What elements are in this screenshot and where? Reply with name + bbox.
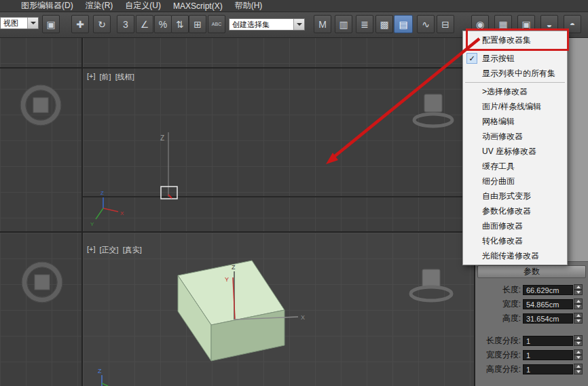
select-object-icon[interactable]: ▣	[42, 15, 60, 33]
graphite-ribbon-toggle-icon[interactable]: ▤	[394, 15, 413, 33]
parameters-rollout-header[interactable]: 参数	[477, 265, 586, 278]
width-field[interactable]: 54.865cm	[523, 299, 573, 309]
length-spinner[interactable]	[574, 284, 583, 295]
height-segs-label: 高度分段:	[486, 364, 521, 375]
align-icon[interactable]: ▥	[335, 15, 352, 33]
named-selection-set-combo[interactable]: 创建选择集	[229, 18, 305, 31]
ortho-viewport-shading-button[interactable]: [真实]	[123, 245, 142, 255]
menu-rendering[interactable]: 渲染(R)	[79, 0, 120, 12]
length-field[interactable]: 66.629cm	[523, 285, 573, 295]
named-selection-icon[interactable]: ABC	[208, 15, 225, 33]
menu-item-uv-coordinate-modifiers[interactable]: UV 座标修改器	[463, 144, 567, 159]
select-and-rotate-icon[interactable]: ↻	[93, 15, 111, 33]
menu-item-cache-tools[interactable]: 缓存工具	[463, 159, 567, 174]
snaps-toggle-icon[interactable]: 3	[117, 15, 134, 33]
length-segs-field[interactable]: 1	[523, 336, 573, 346]
menu-item-free-form-deformations[interactable]: 自由形式变形	[463, 189, 567, 204]
width-segs-row: 宽度分段: 1	[475, 349, 583, 360]
height-spinner[interactable]	[574, 313, 583, 324]
viewport-front[interactable]	[83, 37, 474, 231]
parameters-rollout-title: 参数	[523, 266, 540, 277]
layer-manager-icon[interactable]: ≣	[356, 15, 373, 33]
chevron-down-icon[interactable]	[293, 19, 304, 30]
width-segs-field[interactable]: 1	[523, 350, 573, 360]
spinner-up-icon[interactable]	[574, 313, 583, 318]
viewport-splitter-vertical-left[interactable]	[81, 37, 83, 386]
spinner-down-icon[interactable]	[574, 318, 583, 324]
menu-item-subdivision-surfaces[interactable]: 细分曲面	[463, 174, 567, 189]
viewport-ortho[interactable]	[83, 233, 474, 386]
width-row: 宽度: 54.865cm	[475, 298, 583, 309]
checkmark-icon: ✓	[466, 53, 477, 64]
scene-explorer-icon[interactable]: ▩	[375, 15, 393, 33]
spinner-up-icon[interactable]	[574, 335, 583, 341]
menu-graph-editors[interactable]: 图形编辑器(D)	[15, 0, 79, 12]
front-viewport-shading-button[interactable]: [线框]	[115, 72, 134, 82]
menu-item-patch-spline-editing[interactable]: 面片/样条线编辑	[463, 99, 567, 114]
spinner-up-icon[interactable]	[574, 298, 583, 304]
menu-separator	[465, 82, 565, 83]
width-label: 宽度:	[502, 298, 521, 310]
spinner-down-icon[interactable]	[574, 304, 583, 309]
viewport-splitter-horizontal-top[interactable]	[0, 67, 474, 69]
menu-maxscript[interactable]: MAXScript(X)	[167, 1, 229, 11]
length-label: 长度:	[502, 284, 521, 296]
menu-help[interactable]: 帮助(H)	[229, 0, 269, 12]
chevron-down-icon[interactable]	[27, 18, 38, 28]
menu-item-show-buttons[interactable]: ✓ 显示按钮	[463, 51, 567, 66]
front-viewport-label: [+] [前] [线框]	[87, 72, 134, 82]
annotation-highlight-box	[466, 28, 569, 51]
length-segs-row: 长度分段: 1	[475, 335, 583, 346]
spinner-up-icon[interactable]	[574, 364, 583, 369]
curve-editor-icon[interactable]: ∿	[417, 15, 435, 33]
spinner-down-icon[interactable]	[574, 290, 583, 295]
ortho-viewport-view-button[interactable]: [正交]	[100, 245, 119, 255]
spinner-snap-icon[interactable]: ⇅	[171, 15, 189, 33]
spinner-up-icon[interactable]	[574, 349, 583, 355]
ortho-viewport-label: [+] [正交] [真实]	[87, 245, 142, 255]
viewport-layout-combo[interactable]: 视图	[0, 17, 39, 29]
menu-item-surface-modifiers[interactable]: 曲面修改器	[463, 218, 567, 233]
height-segs-row: 高度分段: 1	[475, 364, 583, 374]
width-segs-spinner[interactable]	[574, 349, 583, 360]
viewport-layout-combo-value: 视图	[1, 18, 27, 28]
menu-bar: 图形编辑器(D) 渲染(R) 自定义(U) MAXScript(X) 帮助(H)	[0, 0, 588, 12]
height-label: 高度:	[502, 313, 521, 324]
height-segs-field[interactable]: 1	[523, 364, 573, 374]
schematic-view-icon[interactable]: ⊟	[437, 15, 454, 33]
width-spinner[interactable]	[574, 298, 583, 309]
width-segs-label: 宽度分段:	[486, 349, 521, 361]
select-and-move-icon[interactable]: ✚	[71, 15, 89, 33]
height-row: 高度: 31.654cm	[475, 313, 583, 324]
height-segs-spinner[interactable]	[574, 364, 583, 374]
menu-item-show-all-sets-in-list[interactable]: 显示列表中的所有集	[463, 66, 567, 81]
spinner-down-icon[interactable]	[574, 355, 583, 360]
front-viewport-view-button[interactable]: [前]	[100, 72, 111, 82]
menu-item-show-buttons-label: 显示按钮	[482, 54, 515, 63]
spinner-down-icon[interactable]	[574, 369, 583, 374]
viewport-left-bottom[interactable]	[0, 233, 81, 386]
menu-item-mesh-editing[interactable]: 网格编辑	[463, 114, 567, 129]
viewport-left-top[interactable]	[0, 37, 81, 231]
menu-item-conversion-modifiers[interactable]: 转化修改器	[463, 233, 567, 248]
menu-item-parametric-modifiers[interactable]: 参数化修改器	[463, 204, 567, 218]
parameters-section: 参数 长度: 66.629cm 宽度: 54.865cm 高度: 31.654c…	[475, 261, 588, 386]
spinner-down-icon[interactable]	[574, 341, 583, 346]
height-field[interactable]: 31.654cm	[523, 313, 573, 324]
menu-item-selection-modifiers[interactable]: >选择修改器	[463, 84, 567, 99]
menu-customize[interactable]: 自定义(U)	[119, 0, 167, 12]
viewport-splitter-horizontal-mid[interactable]	[0, 231, 474, 233]
front-viewport-menu-button[interactable]: [+]	[87, 72, 96, 82]
ortho-viewport-menu-button[interactable]: [+]	[87, 245, 96, 255]
percent-snap-icon[interactable]: %	[154, 15, 172, 33]
spinner-up-icon[interactable]	[574, 284, 583, 290]
angle-snap-icon[interactable]: ∠	[136, 15, 153, 33]
named-selection-set-combo-value: 创建选择集	[229, 20, 293, 30]
length-segs-spinner[interactable]	[574, 335, 583, 346]
menu-item-radiosity-modifiers[interactable]: 光能传递修改器	[463, 248, 567, 263]
edit-named-selection-sets-icon[interactable]: ⊞	[189, 15, 206, 33]
mirror-icon[interactable]: M	[314, 15, 331, 33]
length-segs-label: 长度分段:	[486, 335, 521, 347]
application-window: [+] [前] [线框] [+] [正交] [真实] Z X Y Z Z Y	[0, 0, 588, 386]
menu-item-animation-modifiers[interactable]: 动画修改器	[463, 129, 567, 144]
